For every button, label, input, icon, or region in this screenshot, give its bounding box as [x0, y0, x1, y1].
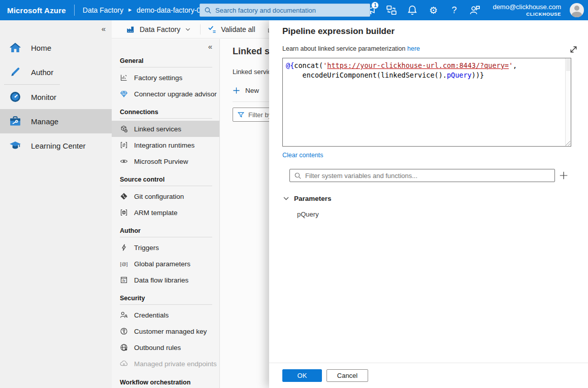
section-title-workflow-orchestration-manager: Workflow orchestration manager — [112, 372, 219, 388]
sidenav-item-label: Outbound rules — [134, 344, 181, 351]
function-filter-input[interactable] — [305, 172, 550, 180]
git-icon — [120, 192, 128, 200]
sidenav-item-factory-settings[interactable]: Factory settings — [112, 69, 219, 86]
integration-runtimes-icon — [120, 141, 128, 149]
help-button[interactable]: ? — [448, 4, 460, 16]
factory-settings-icon — [120, 74, 128, 82]
search-icon — [294, 172, 302, 180]
rail-item-label: Monitor — [31, 93, 56, 101]
sidenav-item-outbound-rules[interactable]: Outbound rules — [112, 339, 219, 356]
left-rail: « Home Author Monitor — [0, 20, 112, 388]
topbar-divider — [74, 5, 75, 16]
rail-item-monitor[interactable]: Monitor — [0, 85, 112, 109]
lightning-icon — [120, 243, 128, 252]
panel-title: Pipeline expression builder — [282, 26, 588, 37]
graduation-cap-icon — [9, 139, 21, 152]
sidenav-item-label: Linked services — [134, 125, 181, 133]
parameters-section-title: Parameters — [294, 195, 332, 202]
arm-template-icon — [120, 208, 128, 217]
sidenav-item-label: ARM template — [134, 209, 178, 217]
sidenav-item-arm-template[interactable]: ARM template — [112, 204, 219, 221]
function-filter-wrap[interactable] — [289, 169, 555, 182]
person-key-icon — [120, 311, 128, 319]
chevron-down-icon — [185, 26, 191, 32]
sidenav-item-global-parameters[interactable]: [@] Global parameters — [112, 256, 219, 272]
sidenav-item-credentials[interactable]: Credentials — [112, 307, 219, 323]
editor-scrollbar-thumb[interactable] — [566, 59, 570, 71]
rail-item-learning-center[interactable]: Learning Center — [0, 133, 112, 158]
home-icon — [9, 42, 21, 54]
pencil-icon — [9, 66, 21, 78]
parameter-item-pquery[interactable]: pQuery — [297, 210, 588, 218]
section-title-author: Author — [112, 221, 219, 237]
sidenav-item-linked-services[interactable]: Linked services — [112, 121, 219, 137]
rail-item-label: Learning Center — [31, 142, 86, 150]
section-divider — [120, 67, 212, 67]
section-title-general: General — [112, 51, 219, 67]
plus-icon — [233, 87, 240, 94]
sidenav-item-label: Managed private endpoints — [134, 360, 217, 368]
ok-button[interactable]: OK — [282, 369, 322, 382]
section-title-connections: Connections — [112, 102, 219, 118]
rail-item-home[interactable]: Home — [0, 36, 112, 60]
account-email: demo@clickhouse.com — [493, 3, 561, 11]
code-comma-token: , — [513, 61, 517, 69]
bell-icon — [407, 5, 418, 16]
cancel-button[interactable]: Cancel — [326, 369, 368, 382]
validate-all-button[interactable]: Validate all — [208, 25, 255, 34]
code-open-token: @{ — [286, 61, 294, 69]
diamond-gem-icon — [120, 90, 128, 98]
global-search[interactable] — [200, 4, 370, 17]
sidenav-item-managed-private-endpoints[interactable]: Managed private endpoints — [112, 356, 219, 372]
avatar-body — [572, 12, 582, 17]
manage-sidenav: « General Factory settings Connector upg… — [112, 39, 220, 388]
expression-editor[interactable]: @{concat('https://your-clickhouse-url.co… — [282, 58, 571, 147]
sidenav-item-git-configuration[interactable]: Git configuration — [112, 188, 219, 204]
notification-badge: 1 — [371, 2, 379, 9]
account-menu[interactable]: demo@clickhouse.com CLICKHOUSE — [493, 3, 561, 17]
sidenav-item-connector-upgrade-advisor[interactable]: Connector upgrade advisor — [112, 86, 219, 102]
sidenav-item-integration-runtimes[interactable]: Integration runtimes — [112, 137, 219, 153]
add-parameter-button[interactable] — [558, 170, 569, 181]
rail-item-author[interactable]: Author — [0, 60, 112, 84]
notifications-button[interactable] — [406, 4, 418, 16]
feedback-button[interactable] — [469, 4, 481, 16]
rail-item-label: Manage — [31, 117, 58, 126]
avatar-head — [574, 6, 579, 11]
code-url-token: https://your-clickhouse-url.com:8443/?qu… — [327, 61, 509, 69]
sidenav-item-triggers[interactable]: Triggers — [112, 239, 219, 256]
switch-factory-button[interactable] — [385, 4, 398, 16]
expression-line-1: @{concat('https://your-clickhouse-url.co… — [286, 61, 563, 70]
clear-contents-link[interactable]: Clear contents — [282, 152, 323, 159]
parameters-section-toggle[interactable]: Parameters — [283, 195, 588, 202]
factory-switcher[interactable]: Data Factory — [126, 25, 191, 34]
cloud-icon — [120, 360, 128, 368]
rail-collapse-button[interactable]: « — [100, 23, 108, 34]
pipeline-expression-builder-panel: Pipeline expression builder Learn about … — [269, 20, 588, 388]
azure-brand[interactable]: Microsoft Azure — [7, 6, 66, 15]
editor-scrollbar[interactable] — [565, 58, 571, 146]
sidenav-item-label: Data flow libraries — [134, 276, 188, 284]
sidenav-collapse-button[interactable]: « — [112, 39, 219, 51]
settings-button[interactable]: ⚙ — [427, 4, 439, 16]
account-org: CLICKHOUSE — [526, 11, 561, 17]
code-fn-token: encodeUriComponent(linkedService(). — [286, 71, 447, 79]
new-button-label: New — [245, 87, 259, 94]
breadcrumb-arrow-icon: ▶ — [128, 0, 132, 20]
switch-factory-icon — [386, 5, 397, 16]
breadcrumb-factory-name[interactable]: demo-data-factory-00 — [137, 6, 205, 14]
factory-switcher-label: Data Factory — [140, 25, 180, 33]
globe-icon — [120, 343, 128, 351]
rail-item-manage[interactable]: Manage — [0, 109, 112, 133]
sidenav-item-customer-managed-key[interactable]: Customer managed key — [112, 323, 219, 339]
avatar[interactable] — [570, 3, 584, 17]
global-search-input[interactable] — [215, 7, 366, 14]
search-icon — [204, 7, 212, 14]
learn-here-link[interactable]: here — [407, 45, 420, 52]
sidenav-item-label: Factory settings — [134, 74, 182, 82]
sidenav-item-data-flow-libraries[interactable]: fx Data flow libraries — [112, 272, 219, 288]
expand-panel-button[interactable] — [567, 43, 579, 55]
sidenav-item-microsoft-purview[interactable]: Microsoft Purview — [112, 153, 219, 169]
gauge-icon — [9, 91, 21, 103]
breadcrumb-app[interactable]: Data Factory — [83, 6, 123, 14]
